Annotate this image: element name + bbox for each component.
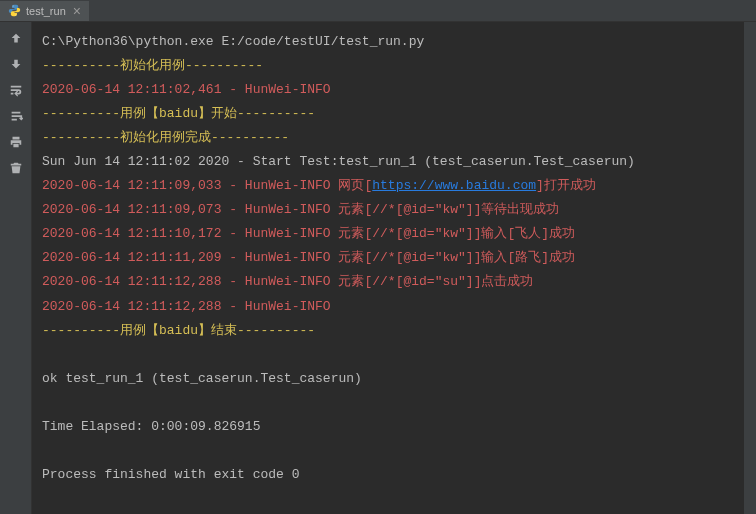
main-area: C:\Python36\python.exe E:/code/testUI/te…: [0, 22, 756, 514]
svg-point-0: [13, 6, 14, 7]
console-line: ok test_run_1 (test_caserun.Test_caserun…: [42, 371, 362, 386]
console-line: 2020-06-14 12:11:10,172 - HunWei-INFO 元素…: [42, 226, 575, 241]
wrap-icon[interactable]: [8, 82, 24, 98]
console-line: ----------初始化用例完成----------: [42, 130, 289, 145]
console-line: 2020-06-14 12:11:12,288 - HunWei-INFO 元素…: [42, 274, 533, 289]
console-line: C:\Python36\python.exe E:/code/testUI/te…: [42, 34, 424, 49]
console-output[interactable]: C:\Python36\python.exe E:/code/testUI/te…: [32, 22, 744, 514]
console-line: Process finished with exit code 0: [42, 467, 299, 482]
console-line: ----------初始化用例----------: [42, 58, 263, 73]
scrollbar-track[interactable]: [744, 22, 756, 514]
console-line: 2020-06-14 12:11:02,461 - HunWei-INFO: [42, 82, 331, 97]
console-line: 2020-06-14 12:11:11,209 - HunWei-INFO 元素…: [42, 250, 575, 265]
arrow-up-icon[interactable]: [8, 30, 24, 46]
svg-point-1: [15, 14, 16, 15]
console-line: 2020-06-14 12:11:09,033 - HunWei-INFO 网页…: [42, 178, 596, 193]
url-link[interactable]: https://www.baidu.com: [372, 178, 536, 193]
print-icon[interactable]: [8, 134, 24, 150]
console-line: 2020-06-14 12:11:12,288 - HunWei-INFO: [42, 299, 331, 314]
arrow-down-icon[interactable]: [8, 56, 24, 72]
tab-bar: test_run ×: [0, 0, 756, 22]
close-icon[interactable]: ×: [73, 4, 81, 18]
console-line: ----------用例【baidu】开始----------: [42, 106, 315, 121]
console-line: Sun Jun 14 12:11:02 2020 - Start Test:te…: [42, 154, 635, 169]
python-file-icon: [8, 4, 21, 17]
console-line: 2020-06-14 12:11:09,073 - HunWei-INFO 元素…: [42, 202, 559, 217]
console-line: ----------用例【baidu】结束----------: [42, 323, 315, 338]
scroll-to-end-icon[interactable]: [8, 108, 24, 124]
sidebar-gutter: [0, 22, 32, 514]
tab-test-run[interactable]: test_run ×: [0, 1, 89, 21]
trash-icon[interactable]: [8, 160, 24, 176]
tab-label: test_run: [26, 5, 66, 17]
console-line: Time Elapsed: 0:00:09.826915: [42, 419, 260, 434]
